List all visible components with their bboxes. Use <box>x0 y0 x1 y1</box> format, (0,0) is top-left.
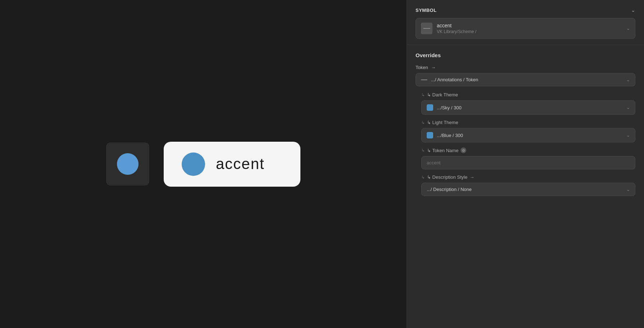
dark-theme-value: .../Sky / 300 <box>437 105 623 110</box>
light-theme-color-swatch <box>427 132 433 138</box>
symbol-dropdown[interactable]: accent VK Library/Scheme / ⌄ <box>416 18 635 39</box>
token-name-label-text: ↳ Token Name <box>427 148 458 153</box>
overrides-section: Overrides Token → .../ Annotations / Tok… <box>407 45 644 328</box>
token-circle-dark <box>117 153 139 175</box>
token-card: accent <box>164 142 300 187</box>
dark-theme-dropdown-arrow-icon: ⌄ <box>626 105 630 110</box>
token-name-label-row: ↳ ↳ Token Name ⚙ <box>421 147 635 153</box>
token-label-text: Token <box>416 65 428 70</box>
description-style-arrow-icon: ↳ <box>421 175 425 180</box>
light-theme-dropdown[interactable]: .../Blue / 300 ⌄ <box>421 128 635 142</box>
token-dropdown[interactable]: .../ Annotations / Token ⌄ <box>416 73 635 86</box>
light-theme-label-text: ↳ Light Theme <box>427 120 458 125</box>
token-label: accent <box>216 155 265 173</box>
token-override-row: Token → .../ Annotations / Token ⌄ <box>416 65 635 86</box>
light-theme-label-row: ↳ ↳ Light Theme <box>421 120 635 125</box>
description-style-label-text: ↳ Description Style <box>427 174 467 180</box>
token-label-row: Token → <box>416 65 635 70</box>
dark-theme-arrow-icon: ↳ <box>421 92 425 97</box>
canvas-content: accent <box>106 142 300 187</box>
description-style-external-link-icon[interactable]: → <box>470 174 474 180</box>
symbol-section-header: SYMBOL ⌄ <box>416 7 635 13</box>
description-style-dropdown-arrow-icon: ⌄ <box>626 187 630 192</box>
symbol-name: accent <box>437 23 622 28</box>
dark-theme-row: ↳ ↳ Dark Theme .../Sky / 300 ⌄ <box>416 92 635 115</box>
symbol-preview-line <box>423 28 430 29</box>
dark-theme-color-swatch <box>427 104 433 111</box>
token-dropdown-arrow-icon: ⌄ <box>626 77 630 82</box>
token-name-row: ↳ ↳ Token Name ⚙ <box>416 147 635 169</box>
symbol-section-title: SYMBOL <box>416 8 437 13</box>
dark-theme-dropdown[interactable]: .../Sky / 300 ⌄ <box>421 100 635 115</box>
description-style-dropdown[interactable]: .../ Description / None ⌄ <box>421 183 635 196</box>
description-style-label-row: ↳ ↳ Description Style → <box>421 174 635 180</box>
token-name-link-icon: ⚙ <box>461 147 466 153</box>
symbol-dropdown-arrow-icon: ⌄ <box>626 26 630 31</box>
light-theme-dropdown-arrow-icon: ⌄ <box>626 133 630 138</box>
token-name-input[interactable] <box>421 156 635 169</box>
description-style-value: .../ Description / None <box>427 187 623 192</box>
light-theme-row: ↳ ↳ Light Theme .../Blue / 300 ⌄ <box>416 120 635 142</box>
dark-theme-label-text: ↳ Dark Theme <box>427 92 458 97</box>
light-theme-arrow-icon: ↳ <box>421 120 425 125</box>
symbol-path: VK Library/Scheme / <box>437 29 622 34</box>
symbol-preview-icon <box>421 23 432 34</box>
token-dropdown-value: .../ Annotations / Token <box>431 77 623 82</box>
token-name-arrow-icon: ↳ <box>421 148 425 153</box>
symbol-chevron-icon: ⌄ <box>631 7 635 13</box>
overrides-title: Overrides <box>416 52 635 58</box>
token-dash-icon <box>421 79 427 80</box>
token-swatch-dark <box>106 142 149 186</box>
symbol-info: accent VK Library/Scheme / <box>437 23 622 34</box>
canvas-area: accent <box>0 0 407 328</box>
symbol-section: SYMBOL ⌄ accent VK Library/Scheme / ⌄ <box>407 0 644 45</box>
dark-theme-label-row: ↳ ↳ Dark Theme <box>421 92 635 97</box>
description-style-row: ↳ ↳ Description Style → .../ Description… <box>416 174 635 196</box>
token-external-link-icon[interactable]: → <box>431 65 436 70</box>
right-panel: SYMBOL ⌄ accent VK Library/Scheme / ⌄ Ov… <box>407 0 644 328</box>
light-theme-value: .../Blue / 300 <box>437 133 623 138</box>
token-circle-light <box>182 152 205 176</box>
